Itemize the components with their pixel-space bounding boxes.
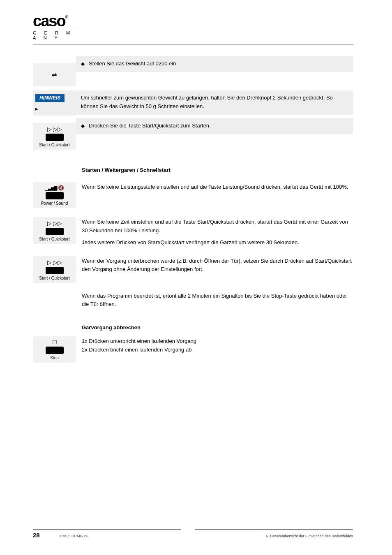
instruction-text: Stellen Sie das Gewicht auf 0200 ein. (89, 60, 178, 68)
button-black-rect (46, 267, 64, 274)
footer-rule-right (195, 530, 353, 530)
instruction-text: Wenn der Vorgang unterbrochen wurde (z.B… (76, 256, 353, 274)
instruction-text-line2: Jedes weitere Drücken von Start/Quicksta… (82, 238, 353, 247)
footer-chapter-title: 6. Gesamtübersicht der Funktionen des Be… (266, 534, 353, 538)
section-heading: Starten / Weitergaren / Schnellstart (82, 166, 353, 175)
logo-subtitle: G E R M A N Y (33, 29, 81, 40)
instruction-row-weight: ⇌ Stellen Sie das Gewicht auf 0200 ein. (33, 63, 353, 86)
program-end-note: Wenn das Programm beendet ist, ertönt al… (82, 292, 353, 309)
start-quickstart-button-tile: ▷ ▷▷ Start / Quickstart (33, 217, 76, 244)
stop-square-icon: ☐ (52, 340, 57, 345)
page-footer: 28 CASO HCMG 25 6. Gesamtübersicht der F… (33, 530, 353, 539)
start-quickstart-button-tile: ▷ ▷▷ Start / Quickstart (33, 256, 76, 283)
footer-product-name: CASO HCMG 25 (60, 534, 88, 538)
button-black-rect (46, 192, 64, 199)
instruction-text: Wenn Sie keine Leistungsstufe einstellen… (76, 182, 353, 192)
button-black-rect (46, 228, 64, 235)
start-quickstart-button-tile: ▷ ▷▷ Start / Quickstart (33, 123, 76, 150)
button-black-rect (46, 347, 64, 354)
page-number: 28 (33, 532, 50, 539)
logo-registered: ® (65, 15, 68, 19)
instruction-row-powersound: ▁▃▅▇ 🔇 Power / Sound Wenn Sie keine Leis… (33, 182, 353, 208)
hinweis-tag: HINWEIS (35, 94, 65, 102)
stop-line-2: 2x Drücken bricht einen laufenden Vorgan… (82, 346, 353, 354)
weight-icon: ⇌ (52, 71, 57, 79)
play-icon: ▷ (47, 220, 52, 226)
button-black-rect (46, 134, 64, 141)
button-label: Start / Quickstart (39, 143, 69, 147)
diamond-bullet-icon (81, 122, 85, 130)
stop-line-1: 1x Drücken unterbricht einen laufenden V… (82, 337, 353, 346)
instruction-row-startquick: ▷ ▷▷ Start / Quickstart Drücken Sie die … (33, 123, 353, 150)
button-label: Stop (50, 356, 59, 360)
signal-bars-icon: ▁▃▅▇ (45, 186, 57, 190)
arrow-right-icon (35, 105, 38, 111)
footer-rule-left (33, 530, 181, 530)
instruction-row-resume: ▷ ▷▷ Start / Quickstart Wenn der Vorgang… (33, 256, 353, 283)
brand-logo: caso ® G E R M A N Y (33, 15, 353, 41)
power-sound-button-tile: ▁▃▅▇ 🔇 Power / Sound (33, 182, 76, 208)
instruction-text: Drücken Sie die Taste Start/Quickstart z… (89, 122, 211, 130)
fast-forward-icon: ▷▷ (53, 259, 62, 265)
header-rule (33, 44, 353, 44)
instruction-row-stop: ☐ Stop 1x Drücken unterbricht einen lauf… (33, 336, 353, 363)
instruction-text-line1: Wenn Sie keine Zeit einstellen und auf d… (82, 218, 353, 235)
button-label: Start / Quickstart (39, 237, 69, 241)
sound-off-icon: 🔇 (58, 185, 64, 190)
fast-forward-icon: ▷▷ (53, 220, 62, 226)
logo-text: caso (33, 15, 65, 27)
hinweis-note-block: HINWEIS Um schneller zum gewünschten Gew… (33, 90, 353, 116)
play-icon: ▷ (47, 126, 52, 132)
stop-button-tile: ☐ Stop (33, 336, 76, 363)
instruction-row-quickstart-30s: ▷ ▷▷ Start / Quickstart Wenn Sie keine Z… (33, 217, 353, 247)
hinweis-text: Um schneller zum gewünschten Gewicht zu … (81, 95, 333, 109)
fast-forward-icon: ▷▷ (53, 126, 62, 132)
play-icon: ▷ (47, 259, 52, 265)
button-label: Power / Sound (41, 201, 68, 206)
diamond-bullet-icon (81, 60, 85, 68)
section-heading: Garvorgang abbrechen (82, 324, 353, 332)
button-label: Start / Quickstart (39, 276, 69, 280)
